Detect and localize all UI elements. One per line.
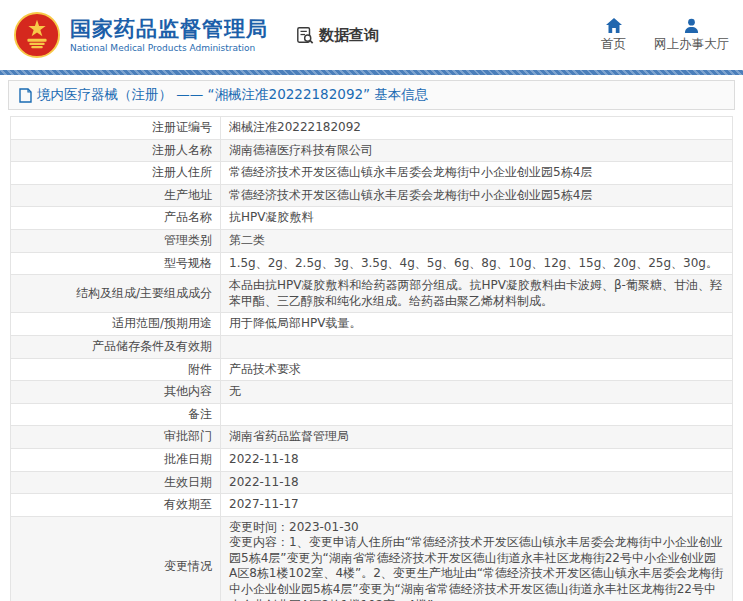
table-row: 型号规格 1.5g、2g、2.5g、3g、3.5g、4g、5g、6g、8g、10… bbox=[11, 252, 733, 275]
nmpa-logo[interactable]: 国家药品监督管理局 National Medical Products Admi… bbox=[14, 12, 268, 58]
field-label: 管理类别 bbox=[11, 229, 221, 252]
field-value bbox=[221, 335, 733, 358]
field-label: 产品名称 bbox=[11, 207, 221, 230]
field-value: 1.5g、2g、2.5g、3g、3.5g、4g、5g、6g、8g、10g、12g… bbox=[221, 252, 733, 275]
org-subtitle: National Medical Products Administration bbox=[70, 43, 268, 53]
data-query-icon bbox=[296, 26, 314, 44]
field-label: 产品储存条件及有效期 bbox=[11, 335, 221, 358]
table-row: 产品名称 抗HPV凝胶敷料 bbox=[11, 207, 733, 230]
user-icon bbox=[684, 18, 699, 33]
table-row: 注册证编号 湘械注准20222182092 bbox=[11, 117, 733, 140]
field-value: 第二类 bbox=[221, 229, 733, 252]
home-icon bbox=[606, 18, 622, 33]
field-value: 变更时间：2023-01-30 变更内容：1、变更申请人住所由“常德经济技术开发… bbox=[221, 516, 733, 601]
field-value: 产品技术要求 bbox=[221, 358, 733, 381]
field-label: 备注 bbox=[11, 403, 221, 426]
page-title: 境内医疗器械（注册） —— “湘械注准20222182092” 基本信息 bbox=[37, 86, 428, 104]
field-value: 常德经济技术开发区德山镇永丰居委会龙梅街中小企业创业园5栋4层 bbox=[221, 184, 733, 207]
field-value: 用于降低局部HPV载量。 bbox=[221, 313, 733, 336]
table-row: 审批部门 湖南省药品监督管理局 bbox=[11, 426, 733, 449]
table-row: 有效期至 2027-11-17 bbox=[11, 494, 733, 517]
table-row: 变更情况 变更时间：2023-01-30 变更内容：1、变更申请人住所由“常德经… bbox=[11, 516, 733, 601]
table-row: 结构及组成/主要组成成分 本品由抗HPV凝胶敷料和给药器两部分组成。抗HPV凝胶… bbox=[11, 275, 733, 313]
nav-home[interactable]: 首页 bbox=[601, 18, 626, 53]
field-label: 注册人住所 bbox=[11, 162, 221, 185]
table-row: 生产地址 常德经济技术开发区德山镇永丰居委会龙梅街中小企业创业园5栋4层 bbox=[11, 184, 733, 207]
field-label: 其他内容 bbox=[11, 381, 221, 404]
table-row: 其他内容 无 bbox=[11, 381, 733, 404]
table-row: 注册人名称 湖南德禧医疗科技有限公司 bbox=[11, 139, 733, 162]
nav-service-hall[interactable]: 网上办事大厅 bbox=[654, 18, 729, 53]
nav-home-label: 首页 bbox=[601, 36, 626, 53]
field-value: 抗HPV凝胶敷料 bbox=[221, 207, 733, 230]
national-emblem-icon bbox=[14, 12, 60, 58]
org-title: 国家药品监督管理局 bbox=[70, 17, 268, 41]
table-row: 批准日期 2022-11-18 bbox=[11, 448, 733, 471]
table-row: 产品储存条件及有效期 bbox=[11, 335, 733, 358]
table-row: 管理类别 第二类 bbox=[11, 229, 733, 252]
field-value: 本品由抗HPV凝胶敷料和给药器两部分组成。抗HPV凝胶敷料由卡波姆、β-葡聚糖、… bbox=[221, 275, 733, 313]
field-label: 变更情况 bbox=[11, 516, 221, 601]
registration-info-table: 注册证编号 湘械注准20222182092 注册人名称 湖南德禧医疗科技有限公司… bbox=[10, 116, 733, 601]
field-label: 注册证编号 bbox=[11, 117, 221, 140]
field-label: 审批部门 bbox=[11, 426, 221, 449]
field-label: 注册人名称 bbox=[11, 139, 221, 162]
field-value bbox=[221, 403, 733, 426]
nav-data-query[interactable]: 数据查询 bbox=[296, 26, 379, 45]
document-icon bbox=[19, 88, 32, 103]
field-value: 2022-11-18 bbox=[221, 448, 733, 471]
page-header: 国家药品监督管理局 National Medical Products Admi… bbox=[0, 0, 743, 70]
header-divider bbox=[0, 70, 743, 75]
field-label: 有效期至 bbox=[11, 494, 221, 517]
table-row: 注册人住所 常德经济技术开发区德山镇永丰居委会龙梅街中小企业创业园5栋4层 bbox=[11, 162, 733, 185]
field-label: 附件 bbox=[11, 358, 221, 381]
nav-service-hall-label: 网上办事大厅 bbox=[654, 36, 729, 53]
field-value: 湘械注准20222182092 bbox=[221, 117, 733, 140]
data-query-label: 数据查询 bbox=[319, 26, 379, 45]
field-label: 结构及组成/主要组成成分 bbox=[11, 275, 221, 313]
field-label: 生效日期 bbox=[11, 471, 221, 494]
field-label: 适用范围/预期用途 bbox=[11, 313, 221, 336]
page-title-bar: 境内医疗器械（注册） —— “湘械注准20222182092” 基本信息 bbox=[8, 80, 735, 110]
field-label: 批准日期 bbox=[11, 448, 221, 471]
field-label: 型号规格 bbox=[11, 252, 221, 275]
table-row: 附件 产品技术要求 bbox=[11, 358, 733, 381]
field-value: 常德经济技术开发区德山镇永丰居委会龙梅街中小企业创业园5栋4层 bbox=[221, 162, 733, 185]
field-value: 湖南省药品监督管理局 bbox=[221, 426, 733, 449]
field-value: 2027-11-17 bbox=[221, 494, 733, 517]
field-label: 生产地址 bbox=[11, 184, 221, 207]
field-value: 无 bbox=[221, 381, 733, 404]
field-value: 2022-11-18 bbox=[221, 471, 733, 494]
table-row: 生效日期 2022-11-18 bbox=[11, 471, 733, 494]
table-row: 适用范围/预期用途 用于降低局部HPV载量。 bbox=[11, 313, 733, 336]
table-row: 备注 bbox=[11, 403, 733, 426]
field-value: 湖南德禧医疗科技有限公司 bbox=[221, 139, 733, 162]
